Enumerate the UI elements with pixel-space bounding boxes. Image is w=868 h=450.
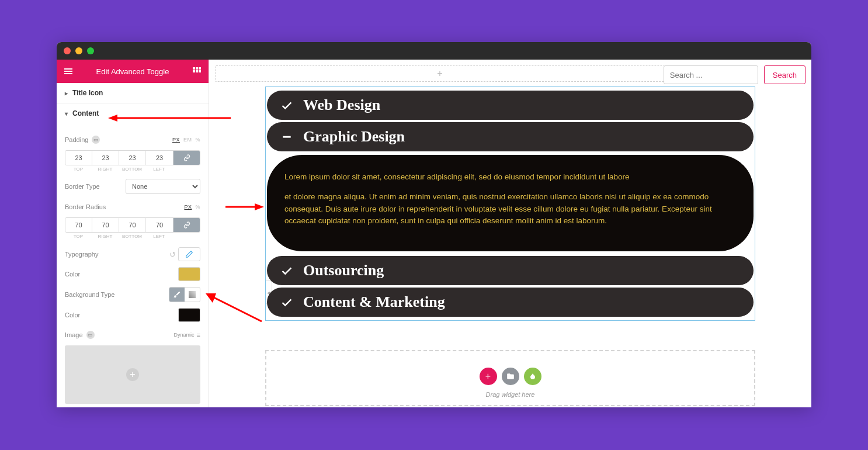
panel-content-toggle[interactable]: ▾Content <box>57 103 209 123</box>
svg-rect-2 <box>64 73 72 74</box>
padding-right[interactable] <box>92 151 119 165</box>
add-image-icon: + <box>126 368 139 381</box>
check-icon <box>280 264 294 277</box>
accordion-body-p2: et dolore magna aliqua. Ut enim ad minim… <box>284 191 736 227</box>
bg-type-classic[interactable] <box>169 288 185 302</box>
padding-label: Padding▭ <box>65 136 172 144</box>
window-close-icon[interactable] <box>64 47 71 54</box>
search-button[interactable]: Search <box>764 65 805 84</box>
unit-em[interactable]: EM <box>183 137 192 143</box>
bg-color-label: Color <box>65 311 178 319</box>
border-type-label: Border Type <box>65 183 126 190</box>
svg-rect-0 <box>64 68 72 70</box>
image-well[interactable]: + <box>65 345 200 404</box>
typography-edit-button[interactable] <box>178 247 200 261</box>
add-widget-button[interactable]: + <box>480 368 497 385</box>
accordion-title-4: Content & Marketing <box>303 293 445 311</box>
accordion-body-p1: Lorem ipsum dolor sit amet, consectetur … <box>284 171 736 183</box>
radius-right[interactable] <box>92 218 119 232</box>
mac-titlebar <box>57 42 811 60</box>
panel-title-icon-label: Title Icon <box>72 89 103 97</box>
bg-type-gradient[interactable] <box>185 288 200 302</box>
hamburger-icon[interactable] <box>64 67 73 76</box>
check-icon <box>280 296 294 309</box>
radius-bottom[interactable] <box>119 218 146 232</box>
accordion-item-4[interactable]: Content & Marketing <box>267 288 754 317</box>
radius-unit-pct[interactable]: % <box>195 204 200 210</box>
svg-rect-8 <box>199 70 201 72</box>
border-radius-inputs <box>65 217 200 233</box>
padding-units: PX EM % <box>172 137 200 143</box>
link-radius-icon[interactable] <box>173 218 200 232</box>
accordion-title-3: Outsourcing <box>303 262 384 279</box>
search-input[interactable] <box>664 65 758 84</box>
link-values-icon[interactable] <box>173 151 200 165</box>
svg-rect-4 <box>196 67 198 70</box>
editor-sidebar: Edit Advanced Toggle ▸Title Icon ▾Conten… <box>57 60 209 407</box>
check-icon <box>280 99 294 112</box>
text-color-label: Color <box>65 271 178 278</box>
svg-rect-1 <box>64 71 72 72</box>
unit-pct[interactable]: % <box>195 137 200 143</box>
accordion-title-2: Graphic Design <box>303 128 405 146</box>
drop-zone-text: Drag widget here <box>266 391 754 398</box>
accordion-body: Lorem ipsum dolor sit amet, consectetur … <box>267 155 754 251</box>
padding-left[interactable] <box>146 151 173 165</box>
text-color-swatch[interactable] <box>178 267 200 281</box>
panel-content-label: Content <box>72 109 99 117</box>
template-library-button[interactable] <box>502 368 519 385</box>
responsive-icon[interactable]: ▭ <box>92 136 100 144</box>
panel-content: ▾Content Padding▭ PX EM % <box>57 103 209 407</box>
border-radius-label: Border Radius <box>65 203 184 210</box>
bg-color-swatch[interactable] <box>178 308 200 322</box>
svg-rect-6 <box>193 70 195 72</box>
favorites-button[interactable] <box>524 368 541 385</box>
unit-px[interactable]: PX <box>172 137 180 143</box>
accordion-widget[interactable]: Web Design Graphic Design Lorem ipsum do… <box>265 86 755 321</box>
svg-rect-3 <box>193 67 195 70</box>
apps-grid-icon[interactable] <box>192 67 202 76</box>
image-label: Image▭ <box>65 331 174 339</box>
svg-rect-7 <box>196 70 198 72</box>
sidebar-header: Edit Advanced Toggle <box>57 60 209 83</box>
add-section-button[interactable]: + <box>215 65 665 82</box>
accordion-title-1: Web Design <box>303 96 380 114</box>
radius-top[interactable] <box>65 218 92 232</box>
bg-type-switch <box>169 287 200 302</box>
svg-rect-9 <box>283 136 290 138</box>
accordion-item-3[interactable]: Outsourcing <box>267 256 754 285</box>
app-window: Edit Advanced Toggle ▸Title Icon ▾Conten… <box>57 42 811 407</box>
typography-reset-icon[interactable]: ↺ <box>169 250 176 259</box>
accordion-item-2[interactable]: Graphic Design <box>267 122 754 151</box>
editor-canvas: + Search Web Design Graphic Design Lorem… <box>209 60 811 407</box>
radius-unit-px[interactable]: PX <box>184 204 192 210</box>
border-type-select[interactable]: None <box>126 179 200 194</box>
padding-inputs <box>65 150 200 165</box>
window-minimize-icon[interactable] <box>75 47 82 54</box>
dynamic-toggle[interactable]: Dynamic ≡ <box>174 331 200 338</box>
bg-type-label: Background Type <box>65 291 169 298</box>
typography-label: Typography <box>65 251 169 258</box>
radius-left[interactable] <box>146 218 173 232</box>
minus-icon <box>280 131 294 143</box>
padding-bottom[interactable] <box>119 151 146 165</box>
drop-zone[interactable]: + Drag widget here <box>265 350 755 406</box>
responsive-icon-2[interactable]: ▭ <box>86 331 95 339</box>
padding-top[interactable] <box>65 151 92 165</box>
accordion-item-1[interactable]: Web Design <box>267 91 754 120</box>
sidebar-title: Edit Advanced Toggle <box>96 67 169 76</box>
window-zoom-icon[interactable] <box>87 47 94 54</box>
panel-title-icon[interactable]: ▸Title Icon <box>57 83 209 103</box>
svg-rect-5 <box>199 67 201 70</box>
